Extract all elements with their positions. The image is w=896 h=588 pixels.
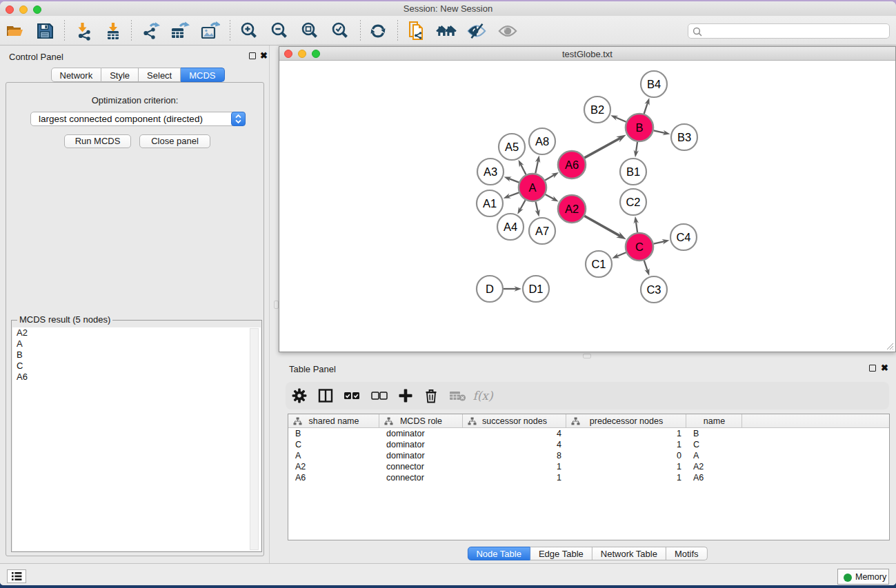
graph-node-B1[interactable]: B1 — [620, 159, 646, 185]
graph-edge-B-B3[interactable] — [654, 130, 666, 133]
table-settings-button[interactable] — [289, 385, 310, 406]
tab-edge-table[interactable]: Edge Table — [530, 547, 593, 560]
function-builder-button[interactable]: f(x) — [470, 385, 495, 406]
graph-node-A2[interactable]: A2 — [558, 195, 586, 223]
zoom-selected-button[interactable] — [330, 21, 350, 41]
table-row[interactable]: Adominator80A — [288, 450, 889, 461]
show-all-networks-button[interactable] — [436, 21, 457, 41]
delete-column-button[interactable] — [421, 385, 441, 406]
zoom-out-button[interactable] — [269, 21, 290, 41]
open-session-button[interactable] — [4, 21, 25, 41]
export-image-button[interactable] — [199, 21, 220, 41]
graph-edge-A2-C[interactable] — [584, 216, 620, 236]
tab-network[interactable]: Network — [50, 68, 101, 82]
export-table-button[interactable] — [169, 21, 190, 41]
window-resize-grip[interactable] — [886, 342, 894, 350]
close-panel-button[interactable]: Close panel — [139, 134, 210, 148]
graph-node-A7[interactable]: A7 — [529, 218, 555, 244]
graph-edge-A-A5[interactable] — [521, 164, 526, 174]
table-row[interactable]: A2connector11A2 — [288, 461, 889, 472]
graph-node-C[interactable]: C — [626, 233, 653, 261]
graph-node-C2[interactable]: C2 — [620, 189, 646, 215]
new-network-from-selection-button[interactable] — [407, 21, 428, 41]
table-row[interactable]: A6connector11A6 — [288, 472, 889, 483]
split-columns-button[interactable] — [315, 385, 336, 406]
export-network-button[interactable] — [141, 21, 161, 41]
network-graph-canvas[interactable]: AA6A2BCA5A8A3A1A4A7B4B2B3B1C2C4C1C3DD1 — [279, 61, 895, 351]
result-list-scrollbar[interactable] — [250, 328, 259, 550]
run-mcds-button[interactable]: Run MCDS — [64, 134, 131, 148]
graph-node-A[interactable]: A — [519, 174, 546, 201]
column-header-name[interactable]: name — [686, 414, 742, 428]
graph-edge-A-A1[interactable] — [508, 192, 519, 196]
network-window-titlebar[interactable]: testGlobe.txt — [279, 47, 895, 61]
search-input[interactable] — [688, 23, 890, 39]
tab-motifs[interactable]: Motifs — [666, 547, 708, 560]
graph-node-A6[interactable]: A6 — [558, 151, 586, 179]
graph-edge-C-C2[interactable] — [636, 221, 637, 232]
graph-node-A5[interactable]: A5 — [499, 134, 525, 160]
import-table-button[interactable] — [103, 21, 123, 41]
graph-edge-A-A4[interactable] — [520, 200, 526, 210]
column-header-mcds-role[interactable]: MCDS role — [379, 414, 463, 428]
graph-node-A1[interactable]: A1 — [477, 190, 503, 216]
graph-node-B4[interactable]: B4 — [641, 71, 667, 97]
graph-node-B3[interactable]: B3 — [671, 124, 697, 150]
select-all-button[interactable] — [341, 385, 362, 406]
column-header-successor-nodes[interactable]: successor nodes — [463, 414, 566, 428]
graph-node-C3[interactable]: C3 — [641, 276, 667, 303]
save-session-button[interactable] — [34, 21, 55, 41]
table-panel-float-button[interactable] — [869, 365, 876, 372]
table-row[interactable]: Cdominator41C — [288, 439, 889, 450]
refresh-button[interactable] — [368, 21, 388, 41]
graph-edge-A-A6[interactable] — [545, 175, 555, 181]
result-list-item[interactable]: B — [12, 349, 261, 361]
graph-edge-A6-B[interactable] — [584, 138, 620, 158]
table-panel-close-button[interactable]: ✖ — [881, 365, 888, 372]
tab-node-table[interactable]: Node Table — [467, 547, 530, 560]
graph-edge-A-A7[interactable] — [536, 201, 538, 212]
task-history-button[interactable] — [7, 569, 26, 583]
import-network-button[interactable] — [74, 21, 94, 41]
graph-node-B[interactable]: B — [626, 114, 653, 141]
graph-node-D1[interactable]: D1 — [523, 276, 549, 302]
control-panel-close-button[interactable]: ✖ — [260, 52, 268, 59]
graph-edge-C-C1[interactable] — [617, 252, 626, 256]
show-hidden-button[interactable] — [497, 21, 518, 41]
result-list-item[interactable]: A6 — [12, 372, 261, 383]
graph-node-A4[interactable]: A4 — [497, 214, 524, 240]
zoom-in-button[interactable] — [239, 21, 259, 41]
tab-network-table[interactable]: Network Table — [593, 547, 666, 560]
tab-style[interactable]: Style — [101, 68, 139, 82]
graph-edge-C-C3[interactable] — [644, 261, 648, 271]
add-column-button[interactable] — [395, 385, 416, 406]
zoom-fit-button[interactable] — [299, 21, 320, 41]
graph-node-A3[interactable]: A3 — [477, 159, 504, 185]
graph-node-D[interactable]: D — [477, 276, 503, 302]
deselect-all-button[interactable] — [369, 385, 390, 406]
graph-node-C1[interactable]: C1 — [586, 251, 612, 277]
tab-mcds[interactable]: MCDS — [181, 68, 224, 82]
graph-node-A8[interactable]: A8 — [529, 128, 555, 154]
result-list-item[interactable]: C — [12, 361, 261, 372]
split-handle-left[interactable] — [274, 301, 279, 309]
mcds-result-list[interactable]: A2ABCA6 — [12, 327, 261, 551]
result-list-item[interactable]: A — [12, 338, 261, 349]
hide-selected-button[interactable] — [466, 21, 487, 41]
graph-edge-A-A8[interactable] — [535, 161, 538, 174]
tab-select[interactable]: Select — [139, 68, 181, 82]
control-panel-float-button[interactable] — [249, 52, 256, 59]
result-list-item[interactable]: A2 — [12, 327, 261, 338]
column-header-predecessor-nodes[interactable]: predecessor nodes — [566, 414, 686, 428]
graph-edge-B-B2[interactable] — [615, 117, 626, 122]
criterion-dropdown[interactable]: largest connected component (directed) — [30, 112, 246, 126]
column-header-shared-name[interactable]: shared name — [288, 414, 379, 428]
graph-edge-C-C4[interactable] — [654, 241, 665, 243]
graph-edge-A-A2[interactable] — [545, 194, 554, 199]
delete-table-button[interactable] — [448, 385, 468, 406]
memory-button[interactable]: Memory — [837, 569, 889, 585]
graph-edge-B-B4[interactable] — [644, 103, 648, 114]
split-divider-vertical[interactable] — [269, 45, 270, 563]
graph-edge-B-B1[interactable] — [636, 142, 637, 152]
graph-node-B2[interactable]: B2 — [584, 97, 610, 123]
